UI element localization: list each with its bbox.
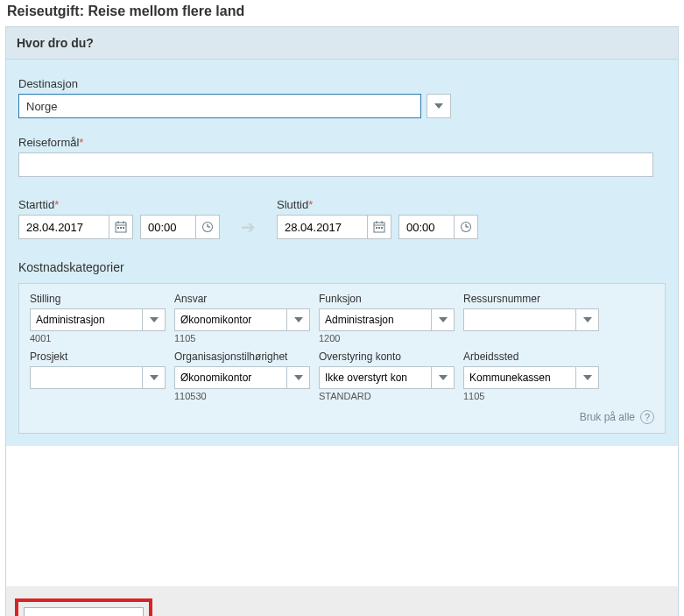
start-time-input[interactable] xyxy=(140,215,196,239)
end-date-picker-button[interactable] xyxy=(367,215,391,239)
start-date-input[interactable] xyxy=(18,215,109,239)
overstyring-input[interactable] xyxy=(319,366,432,389)
clock-icon xyxy=(201,221,214,233)
svg-rect-17 xyxy=(381,227,383,229)
caret-down-icon xyxy=(150,375,159,380)
funksjon-dropdown-button[interactable] xyxy=(432,308,455,331)
add-destination-button[interactable]: Legg til destinasjon xyxy=(24,607,144,616)
caret-down-icon xyxy=(434,103,443,109)
end-time-picker-button[interactable] xyxy=(454,215,478,239)
cost-label: Ansvar xyxy=(174,293,310,305)
organisasjon-dropdown-button[interactable] xyxy=(287,366,310,389)
svg-rect-6 xyxy=(123,227,124,229)
cost-categories-title: Kostnadskategorier xyxy=(18,260,666,274)
destination-dropdown-button[interactable] xyxy=(427,94,451,118)
ressursnummer-input[interactable] xyxy=(463,308,576,331)
caret-down-icon xyxy=(294,317,303,322)
clock-icon xyxy=(460,221,472,233)
endtime-label: Sluttid* xyxy=(277,198,478,211)
calendar-icon xyxy=(373,221,385,233)
cost-subvalue: 4001 xyxy=(30,333,166,345)
prosjekt-input[interactable] xyxy=(30,366,143,389)
cost-subvalue: STANDARD xyxy=(319,391,455,403)
cost-subvalue xyxy=(463,333,599,345)
destination-label: Destinasjon xyxy=(18,77,666,90)
cost-label: Overstyring konto xyxy=(319,350,455,363)
ansvar-input[interactable] xyxy=(174,308,287,331)
apply-all-link[interactable]: Bruk på alle xyxy=(580,411,635,423)
cost-panel: Stilling 4001 Ansvar 1105 xyxy=(18,283,666,434)
caret-down-icon xyxy=(439,375,448,380)
stilling-dropdown-button[interactable] xyxy=(143,308,166,331)
cost-subvalue xyxy=(30,391,166,403)
starttime-label: Starttid* xyxy=(18,198,220,211)
destination-input[interactable] xyxy=(18,94,421,118)
form-container: Hvor dro du? Destinasjon Reiseformål* St… xyxy=(5,26,679,616)
svg-rect-15 xyxy=(376,227,377,229)
cost-subvalue: 1200 xyxy=(319,333,455,345)
caret-down-icon xyxy=(583,317,592,322)
help-icon[interactable]: ? xyxy=(640,410,654,424)
page-title: Reiseutgift: Reise mellom flere land xyxy=(0,0,684,26)
footer-bar: Legg til destinasjon xyxy=(6,586,678,616)
highlight-box: Legg til destinasjon xyxy=(15,598,152,616)
section-header: Hvor dro du? xyxy=(6,27,678,60)
end-date-input[interactable] xyxy=(277,215,368,239)
cost-label: Stilling xyxy=(30,293,166,305)
cost-label: Ressursnummer xyxy=(463,293,599,305)
cost-label: Prosjekt xyxy=(30,350,166,363)
cost-subvalue: 110530 xyxy=(174,391,310,403)
section-body: Destinasjon Reiseformål* Starttid* xyxy=(6,60,678,446)
cost-subvalue: 1105 xyxy=(463,391,599,403)
purpose-label: Reiseformål* xyxy=(18,136,666,149)
caret-down-icon xyxy=(294,375,303,380)
cost-label: Arbeidssted xyxy=(463,350,599,363)
overstyring-dropdown-button[interactable] xyxy=(432,366,455,389)
svg-rect-16 xyxy=(378,227,380,229)
start-time-picker-button[interactable] xyxy=(195,215,220,239)
purpose-input[interactable] xyxy=(18,152,653,177)
funksjon-input[interactable] xyxy=(319,308,432,331)
stilling-input[interactable] xyxy=(30,308,143,331)
prosjekt-dropdown-button[interactable] xyxy=(143,366,166,389)
caret-down-icon xyxy=(150,317,159,322)
start-date-picker-button[interactable] xyxy=(109,215,133,239)
arbeidssted-dropdown-button[interactable] xyxy=(576,366,599,389)
caret-down-icon xyxy=(439,317,448,322)
calendar-icon xyxy=(115,221,127,233)
arrow-separator-icon: ➔ xyxy=(241,216,256,237)
caret-down-icon xyxy=(583,375,592,380)
end-time-input[interactable] xyxy=(398,215,455,239)
cost-label: Organisasjonstilhørighet xyxy=(174,350,310,363)
svg-rect-5 xyxy=(120,227,122,229)
ressursnummer-dropdown-button[interactable] xyxy=(576,308,599,331)
svg-rect-4 xyxy=(117,227,119,229)
cost-subvalue: 1105 xyxy=(174,333,310,345)
organisasjon-input[interactable] xyxy=(174,366,287,389)
cost-label: Funksjon xyxy=(319,293,455,305)
ansvar-dropdown-button[interactable] xyxy=(287,308,310,331)
arbeidssted-input[interactable] xyxy=(463,366,576,389)
